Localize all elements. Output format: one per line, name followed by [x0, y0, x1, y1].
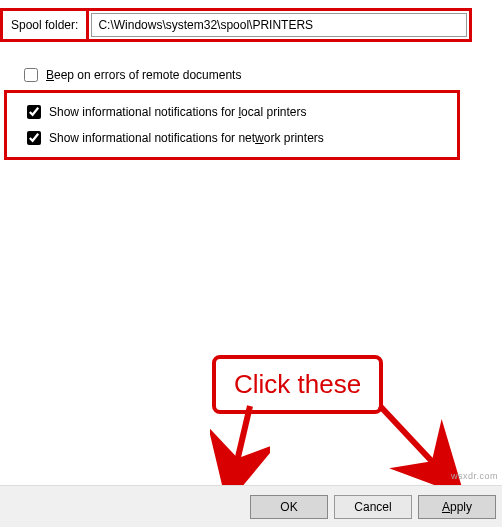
network-notify-option[interactable]: Show informational notifications for net…	[27, 125, 457, 151]
spool-folder-input[interactable]	[91, 13, 467, 37]
spool-folder-group: Spool folder:	[0, 8, 472, 42]
apply-button[interactable]: Apply	[418, 495, 496, 519]
local-notify-option[interactable]: Show informational notifications for loc…	[27, 99, 457, 125]
beep-checkbox[interactable]	[24, 68, 38, 82]
beep-option[interactable]: Beep on errors of remote documents	[24, 64, 502, 86]
network-notify-label: Show informational notifications for net…	[49, 131, 324, 145]
notifications-group-highlight: Show informational notifications for loc…	[4, 90, 460, 160]
callout-box: Click these	[212, 355, 383, 414]
dialog-button-bar: OK Cancel Apply	[0, 485, 502, 527]
svg-line-1	[380, 406, 440, 470]
cancel-button[interactable]: Cancel	[334, 495, 412, 519]
ok-button[interactable]: OK	[250, 495, 328, 519]
local-notify-label: Show informational notifications for loc…	[49, 105, 306, 119]
beep-label: Beep on errors of remote documents	[46, 68, 241, 82]
spool-folder-label: Spool folder:	[3, 11, 89, 39]
local-notify-checkbox[interactable]	[27, 105, 41, 119]
watermark-text: wsxdr.com	[451, 471, 498, 481]
network-notify-checkbox[interactable]	[27, 131, 41, 145]
svg-line-0	[235, 406, 250, 470]
